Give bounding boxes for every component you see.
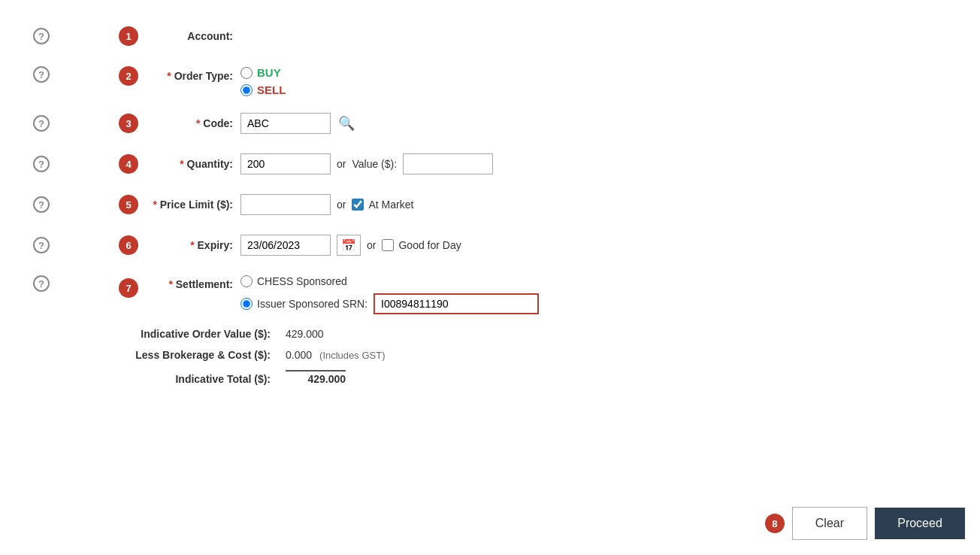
good-for-day-label: Good for Day bbox=[398, 239, 461, 251]
order-type-label-area: 2 * Order Type: bbox=[53, 66, 233, 86]
expiry-label: * Expiry: bbox=[143, 239, 233, 251]
expiry-help-icon[interactable]: ? bbox=[33, 237, 50, 253]
code-label: * Code: bbox=[143, 117, 233, 129]
order-type-help-icon[interactable]: ? bbox=[33, 66, 50, 83]
expiry-row: ? 6 * Expiry: 📅 or Good for Day bbox=[30, 232, 950, 259]
issuer-label: Issuer Sponsored SRN: bbox=[257, 298, 368, 310]
issuer-row: Issuer Sponsored SRN: bbox=[240, 293, 539, 314]
step-7-badge: 7 bbox=[119, 278, 138, 298]
expiry-content: 📅 or Good for Day bbox=[240, 235, 461, 256]
clear-button[interactable]: Clear bbox=[792, 507, 867, 540]
summary-section: Indicative Order Value ($): 429.000 Less… bbox=[30, 328, 950, 385]
quantity-row: ? 4 * Quantity: or Value ($): bbox=[30, 150, 950, 177]
quantity-help[interactable]: ? bbox=[30, 156, 53, 172]
price-limit-input[interactable] bbox=[240, 194, 331, 215]
value-input[interactable] bbox=[403, 153, 493, 174]
chess-radio[interactable] bbox=[240, 275, 253, 287]
order-type-row: ? 2 * Order Type: BUY SELL bbox=[30, 63, 950, 96]
price-limit-star: * bbox=[153, 199, 156, 211]
account-label-area: 1 Account: bbox=[53, 26, 233, 46]
quantity-content: or Value ($): bbox=[240, 153, 493, 174]
sell-option[interactable]: SELL bbox=[240, 83, 286, 96]
order-type-help[interactable]: ? bbox=[30, 66, 53, 83]
issuer-radio[interactable] bbox=[240, 298, 253, 310]
price-limit-help[interactable]: ? bbox=[30, 196, 53, 213]
settlement-star: * bbox=[168, 278, 172, 290]
step-4-badge: 4 bbox=[119, 154, 138, 174]
proceed-button[interactable]: Proceed bbox=[875, 508, 965, 539]
settlement-help-icon[interactable]: ? bbox=[33, 275, 50, 292]
code-label-area: 3 * Code: bbox=[53, 114, 233, 133]
sell-radio[interactable] bbox=[240, 84, 253, 96]
brokerage-row: Less Brokerage & Cost ($): 0.000 (Includ… bbox=[105, 349, 950, 361]
settlement-help[interactable]: ? bbox=[30, 275, 53, 292]
quantity-input[interactable] bbox=[240, 153, 331, 174]
srn-input[interactable] bbox=[374, 293, 539, 314]
buy-radio[interactable] bbox=[240, 67, 253, 79]
at-market-option[interactable]: At Market bbox=[352, 199, 413, 211]
chess-option[interactable]: CHESS Sponsored bbox=[240, 275, 539, 287]
price-limit-content: or At Market bbox=[240, 194, 413, 215]
at-market-label: At Market bbox=[368, 199, 413, 211]
order-type-label: * Order Type: bbox=[143, 70, 233, 82]
calendar-button[interactable]: 📅 bbox=[337, 235, 361, 256]
good-for-day-option[interactable]: Good for Day bbox=[382, 239, 461, 251]
account-help[interactable]: ? bbox=[30, 28, 53, 44]
expiry-star: * bbox=[190, 239, 194, 251]
indicative-total-row: Indicative Total ($): 429.000 bbox=[105, 370, 950, 385]
settlement-label: * Settlement: bbox=[143, 278, 233, 290]
issuer-option[interactable]: Issuer Sponsored SRN: bbox=[240, 298, 368, 310]
step-8-badge: 8 bbox=[765, 514, 785, 533]
settlement-options: CHESS Sponsored Issuer Sponsored SRN: bbox=[240, 275, 539, 314]
code-content: 🔍 bbox=[240, 113, 355, 134]
price-limit-label-area: 5 * Price Limit ($): bbox=[53, 195, 233, 214]
step-5-badge: 5 bbox=[119, 195, 138, 214]
price-limit-label: * Price Limit ($): bbox=[143, 199, 233, 211]
price-limit-help-icon[interactable]: ? bbox=[33, 196, 50, 213]
brokerage-label: Less Brokerage & Cost ($): bbox=[105, 349, 271, 361]
step-1-badge: 1 bbox=[119, 26, 138, 46]
code-help[interactable]: ? bbox=[30, 115, 53, 132]
search-button[interactable]: 🔍 bbox=[338, 115, 355, 132]
step-3-badge: 3 bbox=[119, 114, 138, 133]
indicative-order-value: 429.000 bbox=[286, 328, 324, 340]
expiry-label-area: 6 * Expiry: bbox=[53, 235, 233, 255]
account-help-icon[interactable]: ? bbox=[33, 28, 50, 44]
indicative-total-value: 429.000 bbox=[286, 370, 346, 385]
quantity-star: * bbox=[180, 158, 183, 170]
account-label: Account: bbox=[143, 30, 233, 42]
expiry-input[interactable] bbox=[240, 235, 331, 256]
indicative-order-label: Indicative Order Value ($): bbox=[105, 328, 271, 340]
settlement-row: ? 7 * Settlement: CHESS Sponsored Issuer… bbox=[30, 272, 950, 314]
buy-option[interactable]: BUY bbox=[240, 66, 286, 79]
quantity-label-area: 4 * Quantity: bbox=[53, 154, 233, 174]
code-input[interactable] bbox=[240, 113, 331, 134]
indicative-total-label: Indicative Total ($): bbox=[105, 373, 271, 385]
step-2-badge: 2 bbox=[119, 66, 138, 86]
price-limit-row: ? 5 * Price Limit ($): or At Market bbox=[30, 191, 950, 218]
value-label: Value ($): bbox=[352, 158, 397, 170]
step-6-badge: 6 bbox=[119, 235, 138, 255]
brokerage-value: 0.000 bbox=[286, 349, 312, 361]
sell-label: SELL bbox=[257, 83, 286, 96]
quantity-label: * Quantity: bbox=[143, 158, 233, 170]
trade-form: ? 1 Account: ? 2 * Order Type: BUY S bbox=[0, 0, 980, 417]
indicative-order-row: Indicative Order Value ($): 429.000 bbox=[105, 328, 950, 340]
quantity-or: or bbox=[337, 158, 346, 170]
settlement-label-area: 7 * Settlement: bbox=[53, 275, 233, 298]
code-help-icon[interactable]: ? bbox=[33, 115, 50, 132]
quantity-help-icon[interactable]: ? bbox=[33, 156, 50, 172]
buttons-row: 8 Clear Proceed bbox=[765, 507, 965, 540]
brokerage-note: (Includes GST) bbox=[319, 350, 385, 361]
order-type-options: BUY SELL bbox=[240, 66, 286, 96]
expiry-help[interactable]: ? bbox=[30, 237, 53, 253]
at-market-checkbox[interactable] bbox=[352, 199, 364, 211]
chess-label: CHESS Sponsored bbox=[257, 275, 347, 287]
good-for-day-checkbox[interactable] bbox=[382, 239, 394, 251]
code-row: ? 3 * Code: 🔍 bbox=[30, 110, 950, 137]
order-type-star: * bbox=[167, 70, 171, 82]
buy-label: BUY bbox=[257, 66, 281, 79]
expiry-or: or bbox=[367, 239, 376, 251]
code-star: * bbox=[196, 117, 200, 129]
price-or: or bbox=[337, 199, 346, 211]
